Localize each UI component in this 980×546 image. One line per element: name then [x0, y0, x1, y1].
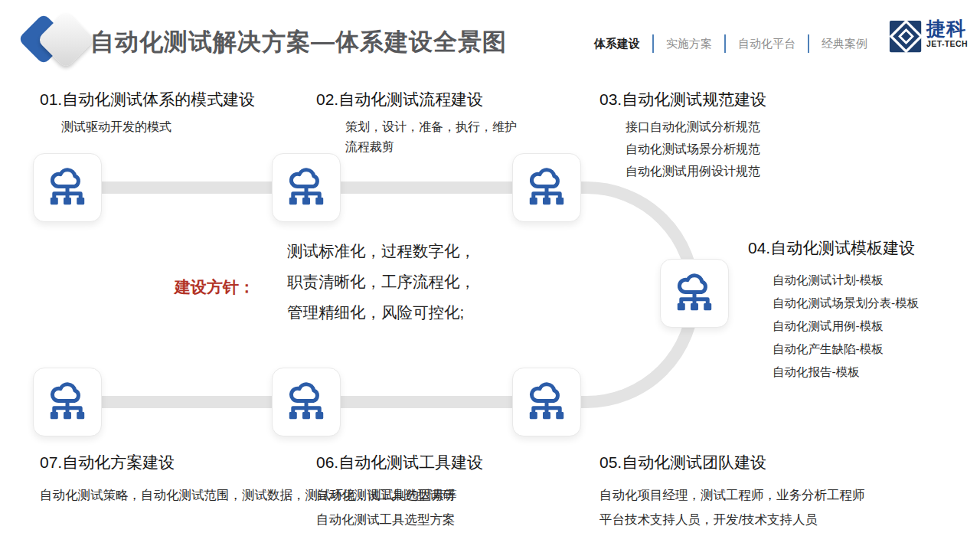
step-06-heading: 06.自动化测试工具建设 [316, 452, 483, 473]
step-05-heading: 05.自动化测试团队建设 [599, 452, 766, 473]
cloud-network-icon [524, 381, 569, 422]
step-04-heading: 04.自动化测试模板建设 [748, 237, 915, 259]
cloud-network-icon [524, 167, 569, 208]
step-03-details: 接口自动化测试分析规范 自动化测试场景分析规范 自动化测试用例设计规范 [626, 116, 760, 182]
slide: 自动化测试解决方案—体系建设全景图 体系建设 实施方案 自动化平台 经典案例 捷… [0, 0, 980, 546]
step-05-node [512, 368, 581, 436]
cloud-network-icon [45, 167, 90, 208]
step-04-details: 自动化测试计划-模板 自动化测试场景划分表-模板 自动化测试用例-模板 自动化产… [773, 269, 919, 384]
step-02-node [272, 153, 341, 222]
policy-lines: 测试标准化，过程数字化， 职责清晰化，工序流程化， 管理精细化，风险可控化; [287, 236, 475, 328]
cloud-network-icon [672, 273, 717, 313]
step-01-heading: 01.自动化测试体系的模式建设 [40, 89, 255, 110]
step-03-heading: 03.自动化测试规范建设 [599, 89, 766, 110]
step-07-node [33, 368, 102, 436]
policy-label: 建设方针： [175, 276, 255, 298]
step-02-heading: 02.自动化测试流程建设 [316, 89, 483, 110]
cloud-network-icon [284, 381, 328, 422]
step-07-details: 自动化测试策略，自动化测试范围，测试数据，测试环境，测试制约因素等 [40, 482, 270, 507]
step-03-node [512, 153, 581, 222]
cloud-network-icon [45, 381, 90, 422]
cloud-network-icon [284, 167, 328, 208]
step-07-heading: 07.自动化方案建设 [40, 452, 175, 473]
step-04-node [660, 259, 729, 328]
step-06-node [272, 368, 341, 436]
step-05-details: 自动化项目经理，测试工程师，业务分析工程师 平台技术支持人员，开发/技术支持人员 [599, 482, 865, 531]
step-02-details: 策划，设计，准备，执行，维护 流程裁剪 [345, 117, 517, 157]
step-01-details: 测试驱动开发的模式 [61, 117, 172, 137]
step-01-node [33, 153, 102, 222]
